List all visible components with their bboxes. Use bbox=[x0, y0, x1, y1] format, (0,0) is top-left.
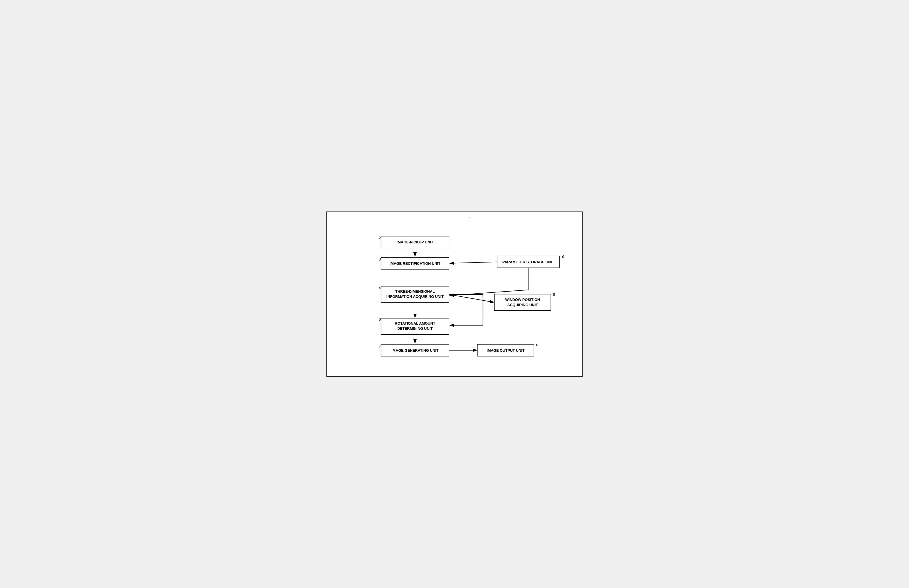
ref-5: 5 bbox=[553, 292, 555, 296]
ref-6: 6 bbox=[379, 317, 381, 321]
arrow-3d-to-window bbox=[449, 294, 494, 302]
ref-2: 2 bbox=[379, 236, 381, 240]
window-pos-label1: WINDOW POSITION bbox=[505, 297, 540, 302]
page: 1 IMAGE-PICKUP UNIT 2 IMAGE RECTIFICATIO… bbox=[326, 212, 583, 377]
ref-9: 9 bbox=[562, 254, 564, 258]
rot-label2: DETERMINING UNIT bbox=[397, 326, 433, 331]
parameter-storage-label: PARAMETER STORAGE UNIT bbox=[502, 260, 554, 264]
diagram-container: 1 IMAGE-PICKUP UNIT 2 IMAGE RECTIFICATIO… bbox=[327, 212, 582, 376]
three-dim-label1: THREE-DIMENSIONAL bbox=[395, 289, 434, 294]
image-output-label: IMAGE OUTPUT UNIT bbox=[486, 348, 525, 352]
rot-label1: ROTATIONAL AMOUNT bbox=[394, 321, 435, 325]
arrow-param-to-rect bbox=[449, 262, 497, 263]
three-dim-label2: INFORMATION ACQUIRING UNIT bbox=[386, 294, 444, 299]
ref-4: 4 bbox=[379, 286, 381, 290]
window-pos-label2: ACQUIRING UNIT bbox=[507, 302, 538, 307]
ref-1: 1 bbox=[468, 216, 471, 221]
ref-7: 7 bbox=[379, 344, 381, 348]
ref-3: 3 bbox=[379, 257, 381, 261]
image-rectification-label: IMAGE RECTIFICATION UNIT bbox=[389, 261, 440, 265]
ref-8: 8 bbox=[536, 342, 538, 347]
image-gen-label: IMAGE GENERATING UNIT bbox=[391, 348, 438, 352]
image-pickup-label: IMAGE-PICKUP UNIT bbox=[397, 240, 433, 244]
